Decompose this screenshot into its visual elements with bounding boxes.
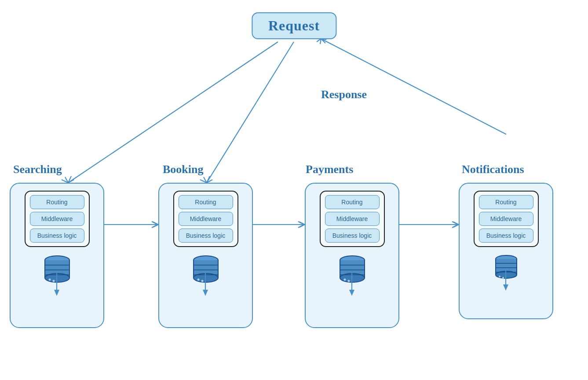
- svg-point-16: [197, 279, 199, 281]
- booking-db: [190, 253, 221, 285]
- svg-point-7: [52, 280, 55, 282]
- svg-line-42: [321, 39, 506, 134]
- searching-routing: Routing: [30, 195, 84, 209]
- request-label: Request: [268, 18, 320, 33]
- svg-point-6: [48, 279, 51, 281]
- booking-business-logic: Business logic: [179, 229, 233, 243]
- searching-stack: Routing Middleware Business logic: [25, 191, 90, 247]
- payments-label: Payments: [306, 163, 353, 176]
- notifications-routing: Routing: [479, 195, 533, 209]
- response-label: Response: [321, 88, 367, 101]
- payments-db: [337, 253, 368, 285]
- booking-label: Booking: [163, 163, 204, 176]
- payments-routing: Routing: [325, 195, 380, 209]
- notifications-label: Notifications: [462, 163, 524, 176]
- searching-business-logic: Business logic: [30, 229, 84, 243]
- searching-middleware: Middleware: [30, 212, 84, 226]
- payments-middleware: Middleware: [325, 212, 380, 226]
- payments-stack: Routing Middleware Business logic: [320, 191, 385, 247]
- svg-point-26: [343, 279, 346, 281]
- notifications-stack: Routing Middleware Business logic: [474, 191, 539, 247]
- svg-line-40: [68, 42, 278, 183]
- searching-db: [42, 253, 73, 285]
- svg-line-41: [207, 42, 294, 183]
- searching-container: Routing Middleware Business logic: [10, 183, 104, 328]
- searching-label: Searching: [13, 163, 62, 176]
- svg-point-37: [502, 277, 504, 279]
- booking-middleware: Middleware: [179, 212, 233, 226]
- notifications-container: Routing Middleware Business logic: [459, 183, 553, 319]
- payments-container: Routing Middleware Business logic: [305, 183, 399, 328]
- booking-container: Routing Middleware Business logic: [158, 183, 253, 328]
- payments-business-logic: Business logic: [325, 229, 380, 243]
- booking-stack: Routing Middleware Business logic: [173, 191, 238, 247]
- booking-routing: Routing: [179, 195, 233, 209]
- svg-point-17: [201, 280, 203, 282]
- notifications-business-logic: Business logic: [479, 229, 533, 243]
- request-box: Request: [252, 12, 336, 39]
- svg-point-27: [347, 280, 350, 282]
- notifications-db: [493, 253, 519, 281]
- diagram: Request Response Searching Booking Payme…: [0, 0, 588, 380]
- svg-point-36: [499, 276, 500, 277]
- notifications-middleware: Middleware: [479, 212, 533, 226]
